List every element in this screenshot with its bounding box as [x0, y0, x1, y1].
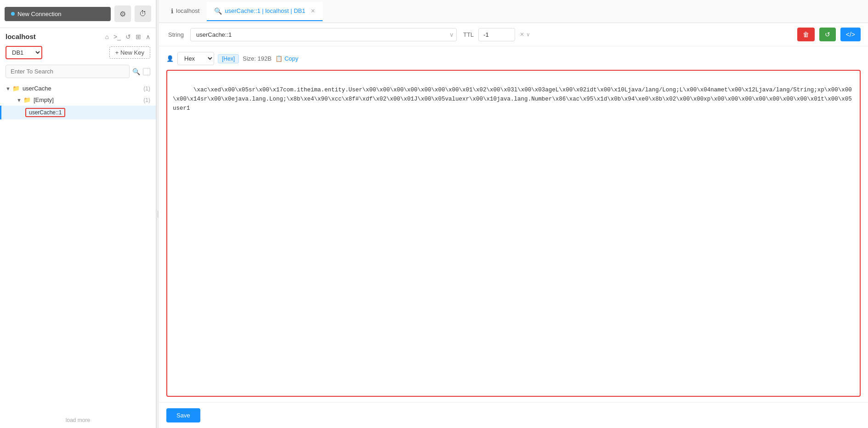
ttl-input[interactable]: [478, 28, 515, 41]
settings-icon: ⚙: [119, 10, 126, 18]
ttl-down-icon[interactable]: ∨: [526, 31, 530, 38]
load-more[interactable]: load more: [0, 412, 156, 428]
new-key-button[interactable]: + New Key: [109, 46, 150, 59]
chevron-down-icon: ▼: [6, 86, 11, 91]
tree-label-empty: [Empty]: [34, 96, 142, 103]
search-button[interactable]: 🔍: [132, 68, 140, 75]
key-type-label: String: [166, 31, 186, 38]
sidebar-header: New Connection ⚙ ⏱: [0, 0, 156, 28]
value-content[interactable]: \xac\xed\x00\x05sr\x00\x17com.itheima.en…: [166, 70, 861, 397]
value-toolbar: 👤 Hex [Hex] Size: 192B 📋 Copy: [166, 52, 861, 65]
value-section: 👤 Hex [Hex] Size: 192B 📋 Copy \xac\xed\x…: [159, 46, 868, 402]
key-toolbar: String ∨ TTL ✕ ∨ 🗑 ↺ </>: [159, 23, 868, 46]
copy-button[interactable]: 📋 Copy: [275, 55, 298, 62]
load-more-label: load more: [66, 417, 90, 423]
tab-usercache1[interactable]: 🔍 userCache::1 | localhost | DB1 ✕: [207, 2, 323, 21]
server-section: localhost ⌂ >_ ↺ ⊞ ∧: [0, 28, 156, 43]
refresh-button[interactable]: ↺: [819, 28, 836, 41]
db-row: DB1 + New Key: [0, 43, 156, 62]
search-tab-icon: 🔍: [214, 7, 222, 15]
ttl-clear-icon[interactable]: ✕: [520, 31, 524, 38]
format-select[interactable]: Hex: [177, 52, 214, 65]
clock-icon: ⏱: [139, 10, 147, 18]
new-connection-button[interactable]: New Connection: [5, 7, 111, 21]
tree-item-usercache1[interactable]: userCache::1: [0, 106, 156, 119]
tab-close-button[interactable]: ✕: [311, 8, 315, 14]
tabs-bar: ℹ localhost 🔍 userCache::1 | localhost |…: [159, 0, 868, 23]
server-name: localhost: [6, 33, 36, 40]
tree-label-usercache: userCache: [23, 85, 142, 92]
copy-label: Copy: [284, 55, 298, 62]
key-badge: userCache::1: [25, 108, 65, 117]
terminal-icon[interactable]: >_: [113, 33, 121, 40]
collapse-icon[interactable]: ∧: [146, 33, 150, 40]
settings-button[interactable]: ⚙: [114, 6, 131, 22]
ttl-label: TTL: [463, 31, 474, 38]
refresh-icon: ↺: [825, 31, 830, 38]
chevron-down-icon-empty: ▼: [17, 97, 22, 103]
size-info: Size: 192B: [243, 55, 272, 62]
clock-button[interactable]: ⏱: [135, 6, 151, 22]
refresh-server-icon[interactable]: ↺: [125, 33, 131, 40]
info-icon: ℹ: [171, 7, 173, 15]
connection-dot: [11, 12, 15, 16]
folder-icon-empty: 📁: [23, 96, 31, 103]
save-button[interactable]: Save: [166, 408, 200, 422]
grid-icon[interactable]: ⊞: [136, 33, 141, 40]
new-connection-label: New Connection: [17, 11, 61, 17]
db-select[interactable]: DB1: [6, 46, 42, 59]
key-name-chevron-down[interactable]: ∨: [449, 31, 454, 38]
main-panel: ℹ localhost 🔍 userCache::1 | localhost |…: [159, 0, 868, 428]
tab-usercache1-label: userCache::1 | localhost | DB1: [225, 7, 305, 14]
code-icon: </>: [846, 31, 855, 38]
search-checkbox[interactable]: [143, 68, 150, 75]
code-button[interactable]: </>: [840, 28, 861, 41]
tab-localhost[interactable]: ℹ localhost: [164, 2, 207, 21]
tree-count-usercache: (1): [143, 85, 150, 92]
sidebar: New Connection ⚙ ⏱ localhost ⌂ >_ ↺ ⊞ ∧ …: [0, 0, 156, 428]
home-icon[interactable]: ⌂: [105, 33, 109, 40]
key-name-input[interactable]: [190, 28, 457, 41]
tree-item-usercache[interactable]: ▼ 📁 userCache (1): [0, 83, 156, 94]
delete-icon: 🗑: [803, 31, 809, 38]
delete-button[interactable]: 🗑: [797, 28, 815, 41]
tree-section: ▼ 📁 userCache (1) ▼ 📁 [Empty] (1) userCa…: [0, 81, 156, 412]
format-person-icon: 👤: [166, 55, 174, 62]
new-key-label: + New Key: [115, 49, 144, 56]
search-input[interactable]: [6, 65, 130, 78]
tab-localhost-label: localhost: [176, 7, 199, 14]
folder-icon: 📁: [12, 85, 20, 92]
search-row: 🔍: [0, 62, 156, 81]
tree-count-empty: (1): [143, 97, 150, 103]
save-row: Save: [159, 402, 868, 428]
copy-icon: 📋: [275, 55, 283, 62]
server-icons: ⌂ >_ ↺ ⊞ ∧: [105, 33, 150, 40]
value-text: \xac\xed\x00\x05sr\x00\x17com.itheima.en…: [173, 87, 852, 112]
tree-item-empty[interactable]: ▼ 📁 [Empty] (1): [0, 94, 156, 106]
format-badge[interactable]: [Hex]: [218, 54, 239, 63]
ttl-controls: ✕ ∨: [520, 31, 530, 38]
